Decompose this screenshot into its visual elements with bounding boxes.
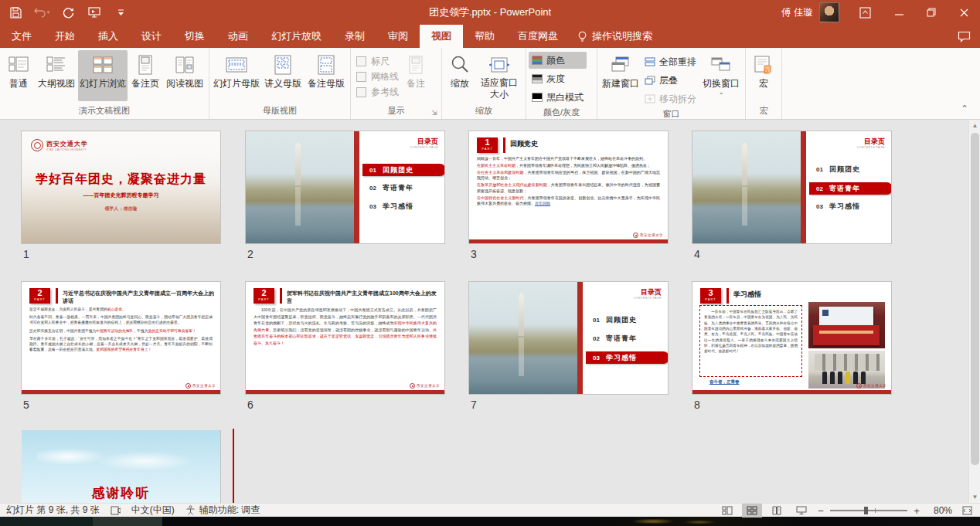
fit-slide-to-window-icon[interactable] [957, 504, 977, 518]
title-rule [280, 288, 282, 304]
slide-thumbnail-3[interactable]: 1PART 回顾党史 回顾这一百年，中国共产主义青年团在中国共产党领导下不断发展… [469, 131, 668, 243]
tab-animations[interactable]: 动画 [216, 25, 260, 48]
customize-quick-access-icon[interactable] [111, 3, 130, 22]
quick-access-toolbar: ▾ [6, 0, 130, 25]
notes-master-button[interactable]: 备注母版 [305, 50, 348, 101]
reading-view-button[interactable]: 阅读视图 [163, 50, 206, 101]
tab-view[interactable]: 视图 [420, 25, 463, 48]
redo-icon[interactable] [59, 3, 77, 22]
tab-file[interactable]: 文件 [0, 25, 43, 48]
minimize-button[interactable] [883, 0, 915, 25]
switch-windows-button[interactable]: 切换窗口 ⌄ [699, 50, 743, 101]
toc-active-item: 01回顾团史 [362, 164, 444, 176]
tab-baidu-netdisk[interactable]: 百度网盘 [506, 25, 570, 48]
ribbon-view-tab-content: 普通 大纲视图 幻灯片浏览 备注页 阅读视图 [0, 48, 980, 120]
slide-thumbnail-4[interactable]: 目录页 CONTENTS PAGE 01回顾团史 02寄语青年 03学习感悟 4 [692, 131, 891, 243]
notes-page-button[interactable]: 备注页 [128, 50, 163, 101]
toc-item: 03学习感悟 [816, 201, 860, 212]
undo-icon: ▾ [32, 3, 51, 22]
color-mode-button[interactable]: 颜色 [529, 52, 587, 69]
scrollbar-thumb[interactable] [971, 133, 979, 465]
red-book-photo [808, 302, 885, 348]
slide-thumbnail-6[interactable]: 2PART 贺军科书记在庆祝中国共产主义青年团成立100周年大会上的发言 100… [246, 282, 444, 394]
scroll-up-icon[interactable]: ▲ [969, 120, 980, 131]
ribbon-display-options-icon[interactable] [850, 0, 880, 25]
reading-view-toggle-icon[interactable] [767, 504, 787, 518]
restore-button[interactable] [915, 0, 948, 25]
zoom-out-icon[interactable]: − [816, 505, 825, 517]
arrange-all-button[interactable]: 全部重排 [641, 53, 699, 70]
account-user-name[interactable]: 傅 佳璇 [781, 6, 813, 19]
normal-view-toggle-icon[interactable] [717, 504, 737, 518]
fit-to-window-button[interactable]: 适应窗口大小 [475, 50, 523, 101]
tab-insert[interactable]: 插入 [87, 25, 130, 48]
account-avatar[interactable] [819, 2, 839, 22]
group-label-macros: 宏 [746, 104, 781, 119]
display-settings-icon[interactable] [111, 506, 121, 515]
handout-master-button[interactable]: 讲义母版 [261, 50, 305, 101]
macros-button[interactable]: 宏 [748, 50, 779, 101]
tab-record[interactable]: 录制 [333, 25, 376, 48]
group-presentation-views: 普通 大纲视图 幻灯片浏览 备注页 阅读视图 [0, 48, 209, 119]
normal-view-button[interactable]: 普通 [2, 50, 35, 101]
outline-view-button[interactable]: 大纲视图 [35, 50, 78, 101]
accessibility-icon [185, 505, 196, 515]
tab-slideshow[interactable]: 幻灯片放映 [260, 25, 333, 48]
close-button[interactable] [948, 0, 980, 25]
collapse-ribbon-icon[interactable]: ⌃ [957, 104, 972, 117]
gridlines-checkbox-box [356, 72, 366, 82]
accessibility-status[interactable]: 辅助功能: 调查 [185, 504, 260, 517]
start-slideshow-icon[interactable] [85, 3, 104, 22]
new-window-icon [610, 53, 631, 76]
slide-thumbnail-5[interactable]: 2PART 习近平总书记在庆祝中国共产主义青年团成立一百周年大会上的讲话 坚定不… [22, 282, 220, 394]
tab-transitions[interactable]: 切换 [173, 25, 216, 48]
slide-sorter-toggle-icon[interactable] [742, 504, 762, 518]
zoom-slider[interactable] [830, 510, 907, 511]
black-white-button[interactable]: 黑白模式 [529, 89, 587, 106]
grayscale-button[interactable]: 灰度 [529, 70, 587, 87]
group-color-grayscale: 颜色 灰度 黑白模式 颜色/灰度 [526, 48, 597, 119]
group-label-window: 窗口 [597, 107, 745, 122]
tab-help[interactable]: 帮助 [463, 25, 506, 48]
zoom-button[interactable]: 缩放 [444, 50, 475, 101]
part-number-box: 1PART [477, 137, 498, 153]
slide-number: 5 [23, 399, 29, 411]
move-split-button: 移动拆分 [641, 90, 699, 107]
footer-logo: 西安交通大学 [856, 383, 886, 389]
powerpoint-window: ★ ★ ★ ★ ★ ★ ★ ★ ★ ★ ★ ▾ [0, 0, 980, 526]
cascade-button[interactable]: 层叠 [641, 72, 699, 89]
slide-master-button[interactable]: 幻灯片母版 [212, 50, 261, 101]
slide-sorter-area[interactable]: 西安交通大学 XI'AN JIAOTONG UNIVERSITY 学好百年团史，… [0, 120, 980, 503]
show-dialog-launcher-icon[interactable]: ⇲ [430, 107, 439, 117]
slide-sorter-button[interactable]: 幻灯片浏览 [78, 50, 128, 101]
vertical-scrollbar[interactable]: ▲ ▼ [968, 120, 980, 503]
zoom-slider-thumb[interactable] [864, 507, 868, 514]
slide-thumbnail-7[interactable]: 目录页 CONTENTS PAGE 01回顾团史 02寄语青年 03学习感悟 7 [469, 282, 668, 394]
tab-design[interactable]: 设计 [130, 25, 173, 48]
comments-icon[interactable] [958, 31, 971, 42]
part-number-box: 2PART [254, 288, 274, 304]
group-label-show: 显示 [351, 104, 441, 119]
new-window-button[interactable]: 新建窗口 [600, 50, 641, 101]
zoom-percentage[interactable]: 80% [926, 505, 952, 516]
slide6-body: 100年前，在中国共产党的亲自缔造和直接推动下，中国共青团正式宣告成立。从此以后… [254, 307, 437, 347]
slide1-presenter: 领学人：傅佳璇 [22, 205, 220, 212]
slide-thumbnail-2[interactable]: 目录页 CONTENTS PAGE 01回顾团史 02寄语青年 03学习感悟 2 [246, 131, 444, 243]
language-indicator[interactable]: 中文(中国) [131, 504, 175, 517]
tell-me-search[interactable]: 操作说明搜索 [570, 25, 660, 48]
save-icon[interactable] [6, 3, 25, 22]
slide-thumbnail-1[interactable]: 西安交通大学 XI'AN JIAOTONG UNIVERSITY 学好百年团史，… [22, 131, 220, 243]
slideshow-toggle-icon[interactable] [791, 504, 812, 518]
seal-icon [856, 383, 862, 389]
slide-counter[interactable]: 幻灯片 第 9 张, 共 9 张 [6, 504, 100, 517]
part-number-box: 3PART [700, 288, 721, 304]
slide-thumbnail-8[interactable]: 3PART 学习感悟 一百年前，中国青年在民族危亡之际挺身而出，点燃了青春的火炬… [692, 282, 891, 394]
tab-review[interactable]: 审阅 [376, 25, 420, 48]
zoom-in-icon[interactable]: + [912, 505, 921, 517]
tab-home[interactable]: 开始 [43, 25, 87, 48]
xjtu-logo: 西安交通大学 XI'AN JIAOTONG UNIVERSITY [31, 139, 88, 151]
outline-view-icon [46, 53, 66, 76]
slide-thumbnail-9[interactable]: 感谢聆听 [22, 430, 221, 503]
slide-sorter-icon [93, 53, 113, 76]
scroll-down-icon[interactable]: ▼ [969, 491, 980, 503]
